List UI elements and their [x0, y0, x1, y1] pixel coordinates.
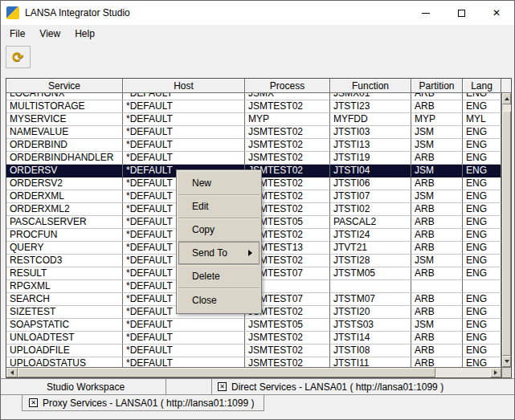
table-cell: JSM: [411, 190, 463, 203]
table-cell: *DEFAULT: [123, 100, 245, 113]
table-cell: ORDERXML2: [6, 203, 123, 216]
context-menu-item-send-to[interactable]: Send To: [178, 242, 260, 265]
table-cell: MYSERVICE: [6, 113, 123, 126]
menu-item-file[interactable]: File: [2, 25, 32, 42]
table-row[interactable]: MYSERVICE*DEFAULTMYPMYFDDMYPMYL: [6, 113, 501, 126]
table-cell: ENG: [463, 139, 501, 152]
scroll-right-icon: [494, 370, 497, 375]
table-cell: UNLOADTEST: [6, 332, 123, 345]
table-cell: ENG: [463, 203, 501, 216]
table-cell: JSM: [411, 319, 463, 332]
table-cell: JTSTI24: [330, 229, 411, 242]
table-cell: JSM: [411, 165, 463, 177]
header-filler: [501, 79, 511, 93]
table-cell: ENG: [463, 177, 501, 190]
window-title: LANSA Integrator Studio: [25, 7, 408, 18]
close-button[interactable]: [479, 1, 514, 25]
table-cell: ENG: [463, 93, 501, 100]
table-cell: JTSTI02: [330, 203, 411, 216]
context-menu-item-copy[interactable]: Copy: [178, 218, 260, 242]
column-header-host[interactable]: Host: [123, 79, 245, 93]
table-cell: ENG: [463, 190, 501, 203]
context-menu-item-delete[interactable]: Delete: [178, 265, 260, 288]
lansa-logo-icon: [6, 6, 19, 19]
table-cell: ARB: [411, 267, 463, 280]
menu-item-help[interactable]: Help: [67, 25, 102, 42]
scroll-up-button[interactable]: [502, 93, 511, 104]
table-cell: *DEFAULT: [123, 126, 245, 139]
horizontal-scrollbar[interactable]: [6, 367, 501, 377]
column-header-process[interactable]: Process: [245, 79, 330, 93]
table-row[interactable]: MULTISTORAGE*DEFAULTJSMTEST02JTSTI23ARBE…: [6, 100, 501, 113]
table-cell: JSMTEST02: [245, 332, 330, 345]
tab-label: Direct Services - LANSA01 ( http://lansa…: [231, 381, 443, 393]
minimize-button[interactable]: [408, 1, 443, 25]
refresh-toolbar-button[interactable]: [6, 46, 31, 68]
table-row[interactable]: UPLOADSTATUS*DEFAULTJSMTEST02JTSTI11ARBE…: [6, 357, 501, 367]
table-row[interactable]: SOAPSTATIC*DEFAULTJSMTEST05JTSTS03JSMENG: [6, 319, 501, 332]
tab-label: Proxy Services - LANSA01 ( http://lansa0…: [43, 398, 254, 409]
table-header: ServiceHostProcessFunctionPartitionLang: [6, 79, 511, 93]
maximize-button[interactable]: [443, 1, 479, 25]
table-cell: PROCFUN: [6, 229, 123, 242]
table-row[interactable]: ORDERBIND*DEFAULTJSMTEST02JTSTI13JSMENG: [6, 139, 501, 152]
tab-direct-services[interactable]: Direct Services - LANSA01 ( http://lansa…: [211, 379, 512, 394]
table-cell: ARB: [411, 152, 463, 165]
table-cell: MYFDD: [330, 113, 411, 126]
table-cell: ENG: [463, 255, 501, 267]
column-header-function[interactable]: Function: [330, 79, 411, 93]
table-cell: JSMX: [245, 93, 330, 100]
table-cell: [463, 280, 501, 293]
table-cell: JSM: [411, 139, 463, 152]
table-cell: ARB: [411, 332, 463, 345]
table-cell: ARB: [411, 216, 463, 229]
context-menu-item-edit[interactable]: Edit: [178, 195, 260, 218]
context-menu-item-close[interactable]: Close: [178, 288, 260, 312]
table-cell: ORDERXML: [6, 190, 123, 203]
scroll-right-button[interactable]: [490, 368, 501, 377]
table-row[interactable]: LOCATIONX*DEFAULTJSMXJSMX01ARBENG: [6, 93, 501, 100]
scroll-down-button[interactable]: [502, 356, 511, 367]
vertical-scrollbar-thumb[interactable]: [502, 111, 511, 356]
table-cell: JTSTI07: [330, 190, 411, 203]
vertical-scrollbar[interactable]: [501, 93, 511, 367]
table-cell: *DEFAULT: [123, 345, 245, 357]
table-row[interactable]: UNLOADTEST*DEFAULTJSMTEST02JTSTI14ARBENG: [6, 332, 501, 345]
column-header-lang[interactable]: Lang: [463, 79, 501, 93]
scroll-left-button[interactable]: [6, 368, 18, 377]
table-row[interactable]: NAMEVALUE*DEFAULTJSMTEST02JTSTI03JSMENG: [6, 126, 501, 139]
table-cell: *DEFAULT: [123, 139, 245, 152]
table-cell: JTSTI11: [330, 357, 411, 367]
table-cell: QUERY: [6, 242, 123, 255]
table-cell: JSM: [411, 126, 463, 139]
table-cell: JTSTI20: [330, 306, 411, 319]
table-cell: ENG: [463, 152, 501, 165]
table-cell: ORDERSV: [6, 165, 123, 177]
table-cell: MYP: [411, 113, 463, 126]
scroll-left-icon: [10, 370, 14, 375]
tab-label: Studio Workspace: [47, 381, 125, 393]
table-cell: ENG: [463, 319, 501, 332]
table-cell: JSMTEST02: [245, 357, 330, 367]
tab-studio-workspace[interactable]: Studio Workspace: [6, 379, 166, 394]
x-box-icon: [29, 398, 38, 407]
column-header-partition[interactable]: Partition: [411, 79, 463, 93]
column-header-service[interactable]: Service: [6, 79, 123, 93]
table-cell: SEARCH: [6, 293, 123, 306]
table-cell: JSMTEST02: [245, 152, 330, 165]
tab-proxy-services[interactable]: Proxy Services - LANSA01 ( http://lansa0…: [22, 395, 264, 411]
table-cell: ORDERBIND: [6, 139, 123, 152]
table-cell: JTSTI03: [330, 126, 411, 139]
table-cell: ENG: [463, 229, 501, 242]
title-bar: LANSA Integrator Studio: [1, 1, 514, 25]
menu-item-view[interactable]: View: [32, 25, 67, 42]
table-cell: RPGXML: [6, 280, 123, 293]
table-row[interactable]: UPLOADFILE*DEFAULTJSMTEST02JTSTI08ARBENG: [6, 345, 501, 357]
table-cell: ARB: [411, 229, 463, 242]
table-cell: *DEFAULT: [123, 332, 245, 345]
horizontal-scrollbar-thumb[interactable]: [18, 368, 435, 377]
context-menu-item-new[interactable]: New: [178, 172, 260, 195]
table-row[interactable]: ORDERBINDHANDLER*DEFAULTJSMTEST02JTSTI19…: [6, 152, 501, 165]
menu-bar: FileViewHelp: [1, 25, 514, 42]
table-cell: JTSTI19: [330, 152, 411, 165]
